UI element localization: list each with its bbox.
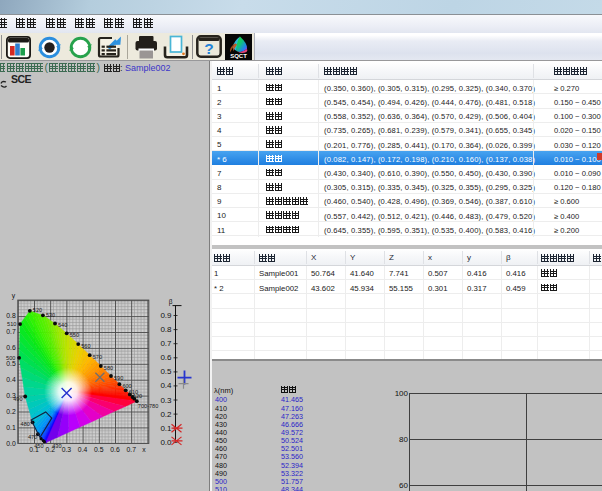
svg-text:0.9: 0.9 bbox=[160, 311, 172, 320]
svg-text:?: ? bbox=[204, 40, 213, 57]
svg-text:0.3: 0.3 bbox=[160, 396, 172, 405]
svg-text:0.4: 0.4 bbox=[160, 381, 172, 390]
svg-text:0.2: 0.2 bbox=[160, 410, 172, 419]
svg-text:0.4: 0.4 bbox=[6, 376, 16, 383]
svg-text:550: 550 bbox=[70, 332, 79, 338]
svg-text:0.6: 0.6 bbox=[160, 353, 172, 362]
svg-text:0.8: 0.8 bbox=[6, 312, 16, 319]
svg-text:SQCT: SQCT bbox=[230, 53, 247, 59]
svg-text:0.7: 0.7 bbox=[126, 446, 136, 453]
svg-text:y: y bbox=[12, 292, 16, 300]
svg-text:560: 560 bbox=[81, 343, 90, 349]
svg-text:0.3: 0.3 bbox=[6, 392, 16, 399]
svg-text:470: 470 bbox=[28, 434, 37, 440]
svg-text:0.0: 0.0 bbox=[160, 438, 172, 447]
svg-text:600: 600 bbox=[122, 383, 131, 389]
svg-text:570: 570 bbox=[93, 354, 102, 360]
svg-text:590: 590 bbox=[114, 375, 123, 381]
svg-text:0.2: 0.2 bbox=[45, 446, 55, 453]
svg-text:0.1: 0.1 bbox=[29, 446, 39, 453]
svg-text:0.4: 0.4 bbox=[78, 446, 88, 453]
svg-text:0.6: 0.6 bbox=[6, 344, 16, 351]
svg-text:0.7: 0.7 bbox=[160, 339, 172, 348]
svg-text:480: 480 bbox=[21, 421, 30, 427]
svg-text:580: 580 bbox=[104, 365, 113, 371]
svg-text:x: x bbox=[142, 446, 146, 453]
svg-text:0.1: 0.1 bbox=[6, 424, 16, 431]
svg-text:510: 510 bbox=[7, 321, 16, 327]
svg-text:0.2: 0.2 bbox=[6, 408, 16, 415]
svg-text:60: 60 bbox=[399, 481, 408, 490]
svg-text:0.5: 0.5 bbox=[160, 367, 172, 376]
svg-text:β: β bbox=[169, 298, 173, 306]
svg-text:0.3: 0.3 bbox=[62, 446, 72, 453]
svg-text:0.1: 0.1 bbox=[160, 424, 172, 433]
svg-text:620: 620 bbox=[133, 393, 142, 399]
svg-text:0.0: 0.0 bbox=[6, 440, 16, 447]
svg-text:700-780: 700-780 bbox=[138, 403, 159, 409]
svg-text:540: 540 bbox=[58, 322, 67, 328]
svg-text:0.7: 0.7 bbox=[6, 328, 16, 335]
svg-text:100: 100 bbox=[395, 389, 409, 398]
svg-text:0.5: 0.5 bbox=[94, 446, 104, 453]
svg-text:0.6: 0.6 bbox=[110, 446, 120, 453]
svg-text:520: 520 bbox=[33, 307, 42, 313]
svg-text:530: 530 bbox=[46, 312, 55, 318]
svg-text:0.8: 0.8 bbox=[160, 325, 172, 334]
svg-text:0.5: 0.5 bbox=[6, 360, 16, 367]
svg-text:80: 80 bbox=[399, 435, 408, 444]
